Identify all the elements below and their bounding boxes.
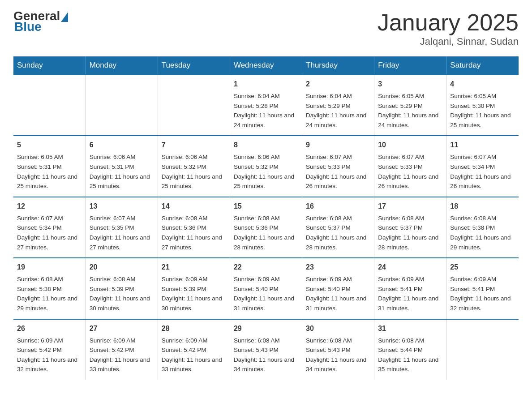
- calendar-cell: 18Sunrise: 6:08 AMSunset: 5:38 PMDayligh…: [446, 197, 519, 258]
- day-info: Sunrise: 6:06 AMSunset: 5:32 PMDaylight:…: [234, 152, 298, 191]
- title-section: January 2025 Jalqani, Sinnar, Sudan: [378, 9, 519, 47]
- calendar-cell: 28Sunrise: 6:09 AMSunset: 5:42 PMDayligh…: [158, 319, 230, 380]
- day-info: Sunrise: 6:07 AMSunset: 5:33 PMDaylight:…: [306, 152, 370, 191]
- day-info: Sunrise: 6:04 AMSunset: 5:29 PMDaylight:…: [306, 91, 370, 130]
- calendar-cell: 23Sunrise: 6:09 AMSunset: 5:40 PMDayligh…: [302, 258, 374, 319]
- calendar-cell: [13, 75, 86, 136]
- calendar-week-row: 26Sunrise: 6:09 AMSunset: 5:42 PMDayligh…: [13, 319, 519, 380]
- day-number: 1: [234, 79, 298, 90]
- day-info: Sunrise: 6:08 AMSunset: 5:37 PMDaylight:…: [306, 214, 370, 252]
- calendar-cell: 3Sunrise: 6:05 AMSunset: 5:29 PMDaylight…: [374, 75, 446, 136]
- day-number: 17: [378, 201, 442, 212]
- day-number: 8: [234, 140, 298, 150]
- day-info: Sunrise: 6:08 AMSunset: 5:36 PMDaylight:…: [234, 214, 298, 252]
- calendar-cell: 12Sunrise: 6:07 AMSunset: 5:34 PMDayligh…: [13, 197, 86, 258]
- calendar-week-row: 1Sunrise: 6:04 AMSunset: 5:28 PMDaylight…: [13, 75, 519, 136]
- calendar-cell: 29Sunrise: 6:08 AMSunset: 5:43 PMDayligh…: [230, 319, 302, 380]
- calendar-cell: [446, 319, 519, 380]
- calendar-cell: 2Sunrise: 6:04 AMSunset: 5:29 PMDaylight…: [302, 75, 374, 136]
- calendar-cell: 31Sunrise: 6:08 AMSunset: 5:44 PMDayligh…: [374, 319, 446, 380]
- day-number: 6: [90, 140, 154, 150]
- day-number: 7: [162, 140, 226, 150]
- calendar-cell: 1Sunrise: 6:04 AMSunset: 5:28 PMDaylight…: [230, 75, 302, 136]
- day-number: 12: [17, 201, 82, 212]
- calendar-cell: 4Sunrise: 6:05 AMSunset: 5:30 PMDaylight…: [446, 75, 519, 136]
- calendar-cell: 26Sunrise: 6:09 AMSunset: 5:42 PMDayligh…: [13, 319, 86, 380]
- calendar-cell: 17Sunrise: 6:08 AMSunset: 5:37 PMDayligh…: [374, 197, 446, 258]
- day-number: 11: [450, 140, 515, 150]
- day-info: Sunrise: 6:09 AMSunset: 5:39 PMDaylight:…: [162, 274, 226, 313]
- day-number: 28: [162, 323, 226, 334]
- day-info: Sunrise: 6:08 AMSunset: 5:44 PMDaylight:…: [378, 336, 442, 374]
- logo-blue-part: [60, 10, 68, 22]
- calendar-cell: 13Sunrise: 6:07 AMSunset: 5:35 PMDayligh…: [86, 197, 158, 258]
- day-info: Sunrise: 6:09 AMSunset: 5:40 PMDaylight:…: [234, 274, 298, 313]
- day-number: 23: [306, 262, 370, 273]
- calendar-cell: 24Sunrise: 6:09 AMSunset: 5:41 PMDayligh…: [374, 258, 446, 319]
- day-number: 13: [90, 201, 154, 212]
- calendar-week-row: 12Sunrise: 6:07 AMSunset: 5:34 PMDayligh…: [13, 197, 519, 258]
- day-info: Sunrise: 6:08 AMSunset: 5:38 PMDaylight:…: [17, 274, 82, 313]
- weekday-header-thursday: Thursday: [302, 56, 374, 75]
- day-info: Sunrise: 6:08 AMSunset: 5:39 PMDaylight:…: [90, 274, 154, 313]
- day-number: 30: [306, 323, 370, 334]
- weekday-header-saturday: Saturday: [446, 56, 519, 75]
- calendar-cell: 14Sunrise: 6:08 AMSunset: 5:36 PMDayligh…: [158, 197, 230, 258]
- calendar-cell: 30Sunrise: 6:08 AMSunset: 5:43 PMDayligh…: [302, 319, 374, 380]
- calendar-cell: 19Sunrise: 6:08 AMSunset: 5:38 PMDayligh…: [13, 258, 86, 319]
- calendar-cell: 7Sunrise: 6:06 AMSunset: 5:32 PMDaylight…: [158, 136, 230, 197]
- day-info: Sunrise: 6:05 AMSunset: 5:30 PMDaylight:…: [450, 91, 515, 130]
- day-number: 19: [17, 262, 82, 273]
- calendar-cell: 25Sunrise: 6:09 AMSunset: 5:41 PMDayligh…: [446, 258, 519, 319]
- day-info: Sunrise: 6:07 AMSunset: 5:34 PMDaylight:…: [17, 214, 82, 252]
- calendar-cell: 10Sunrise: 6:07 AMSunset: 5:33 PMDayligh…: [374, 136, 446, 197]
- day-number: 20: [90, 262, 154, 273]
- day-info: Sunrise: 6:07 AMSunset: 5:35 PMDaylight:…: [90, 214, 154, 252]
- day-number: 25: [450, 262, 515, 273]
- day-number: 2: [306, 79, 370, 90]
- weekday-header-sunday: Sunday: [13, 56, 86, 75]
- calendar-cell: 27Sunrise: 6:09 AMSunset: 5:42 PMDayligh…: [86, 319, 158, 380]
- day-number: 4: [450, 79, 515, 90]
- calendar-cell: 21Sunrise: 6:09 AMSunset: 5:39 PMDayligh…: [158, 258, 230, 319]
- day-info: Sunrise: 6:08 AMSunset: 5:38 PMDaylight:…: [450, 214, 515, 252]
- day-info: Sunrise: 6:08 AMSunset: 5:43 PMDaylight:…: [234, 336, 298, 374]
- day-number: 26: [17, 323, 82, 334]
- calendar-cell: 5Sunrise: 6:05 AMSunset: 5:31 PMDaylight…: [13, 136, 86, 197]
- day-number: 31: [378, 323, 442, 334]
- day-info: Sunrise: 6:09 AMSunset: 5:42 PMDaylight:…: [17, 336, 82, 374]
- day-number: 15: [234, 201, 298, 212]
- day-info: Sunrise: 6:05 AMSunset: 5:31 PMDaylight:…: [17, 152, 82, 191]
- day-number: 24: [378, 262, 442, 273]
- day-info: Sunrise: 6:06 AMSunset: 5:32 PMDaylight:…: [162, 152, 226, 191]
- day-number: 14: [162, 201, 226, 212]
- calendar-week-row: 19Sunrise: 6:08 AMSunset: 5:38 PMDayligh…: [13, 258, 519, 319]
- day-info: Sunrise: 6:07 AMSunset: 5:34 PMDaylight:…: [450, 152, 515, 191]
- day-info: Sunrise: 6:08 AMSunset: 5:43 PMDaylight:…: [306, 336, 370, 374]
- day-number: 10: [378, 140, 442, 150]
- calendar-cell: 16Sunrise: 6:08 AMSunset: 5:37 PMDayligh…: [302, 197, 374, 258]
- day-info: Sunrise: 6:08 AMSunset: 5:37 PMDaylight:…: [378, 214, 442, 252]
- calendar-cell: 20Sunrise: 6:08 AMSunset: 5:39 PMDayligh…: [86, 258, 158, 319]
- day-number: 29: [234, 323, 298, 334]
- day-info: Sunrise: 6:09 AMSunset: 5:42 PMDaylight:…: [90, 336, 154, 374]
- logo-blue-text: Blue: [14, 20, 42, 34]
- day-number: 5: [17, 140, 82, 150]
- weekday-header-monday: Monday: [86, 56, 158, 75]
- calendar-cell: 8Sunrise: 6:06 AMSunset: 5:32 PMDaylight…: [230, 136, 302, 197]
- day-number: 9: [306, 140, 370, 150]
- day-info: Sunrise: 6:09 AMSunset: 5:41 PMDaylight:…: [450, 274, 515, 313]
- weekday-header-wednesday: Wednesday: [230, 56, 302, 75]
- weekday-header-tuesday: Tuesday: [158, 56, 230, 75]
- day-info: Sunrise: 6:07 AMSunset: 5:33 PMDaylight:…: [378, 152, 442, 191]
- calendar-cell: 11Sunrise: 6:07 AMSunset: 5:34 PMDayligh…: [446, 136, 519, 197]
- calendar-cell: 15Sunrise: 6:08 AMSunset: 5:36 PMDayligh…: [230, 197, 302, 258]
- day-number: 16: [306, 201, 370, 212]
- calendar-cell: 9Sunrise: 6:07 AMSunset: 5:33 PMDaylight…: [302, 136, 374, 197]
- day-info: Sunrise: 6:08 AMSunset: 5:36 PMDaylight:…: [162, 214, 226, 252]
- calendar-header: SundayMondayTuesdayWednesdayThursdayFrid…: [13, 56, 519, 75]
- logo: General Blue: [13, 9, 68, 34]
- day-info: Sunrise: 6:04 AMSunset: 5:28 PMDaylight:…: [234, 91, 298, 130]
- calendar-cell: 6Sunrise: 6:06 AMSunset: 5:31 PMDaylight…: [86, 136, 158, 197]
- day-info: Sunrise: 6:05 AMSunset: 5:29 PMDaylight:…: [378, 91, 442, 130]
